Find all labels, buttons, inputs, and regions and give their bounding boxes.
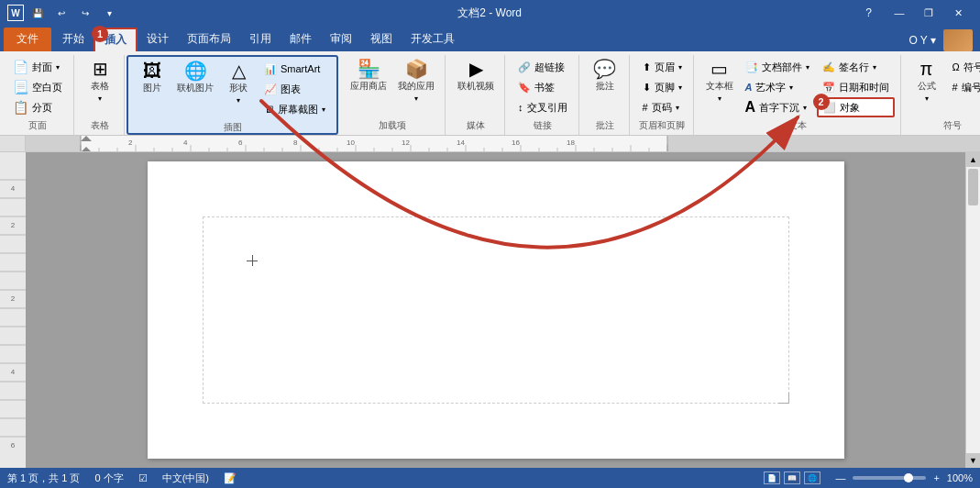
media-content: ▶ 联机视频 xyxy=(453,57,499,117)
tab-mailings[interactable]: 邮件 xyxy=(281,28,321,51)
scroll-up-btn[interactable]: ▲ xyxy=(966,152,980,167)
undo-quick-btn[interactable]: ↩ xyxy=(51,3,72,23)
illustrations-content: 🖼 图片 🌐 联机图片 △ 形状 ▾ 📊SmartArt 📈图表 🖥屏幕截图▾ xyxy=(134,59,331,119)
read-view-btn[interactable]: 📖 xyxy=(784,471,800,484)
scroll-track[interactable] xyxy=(966,167,980,453)
word-count-status[interactable]: 0 个字 xyxy=(94,471,123,485)
online-video-btn[interactable]: ▶ 联机视频 xyxy=(453,57,499,95)
ruler-area: 2 4 6 8 10 12 14 16 18 xyxy=(0,136,980,152)
illustrations-col2: 📊SmartArt 📈图表 🖥屏幕截图▾ xyxy=(259,59,331,119)
comments-content: 💬 批注 xyxy=(587,57,623,117)
group-addons: 🏪 应用商店 📦 我的应用 ▾ 加载项 xyxy=(340,55,446,135)
page-break-btn[interactable]: 📋分页 xyxy=(7,97,68,117)
language: 中文(中国) xyxy=(162,471,209,485)
restore-btn[interactable]: ❐ xyxy=(914,0,943,26)
tab-insert[interactable]: 1 插入 xyxy=(94,28,138,51)
customize-quick-btn[interactable]: ▾ xyxy=(99,3,119,23)
pages-btns: 📄封面▾ 📃空白页 📋分页 xyxy=(7,57,68,117)
footer-btn[interactable]: ⬇页脚▾ xyxy=(637,77,688,97)
svg-text:10: 10 xyxy=(347,139,355,147)
store-btn[interactable]: 🏪 应用商店 xyxy=(346,57,391,95)
svg-text:18: 18 xyxy=(567,139,575,147)
signature-btn[interactable]: ✍签名行▾ xyxy=(817,57,895,77)
comment-btn[interactable]: 💬 批注 xyxy=(587,57,623,95)
svg-text:12: 12 xyxy=(402,139,410,147)
symbols-content: π 公式 ▾ Ω符号▾ #编号 xyxy=(908,57,981,117)
scroll-thumb[interactable] xyxy=(968,169,978,205)
minimize-btn[interactable]: — xyxy=(885,0,914,26)
table-btn[interactable]: ⊞ 表格 ▾ xyxy=(82,57,118,105)
addons-label: 加载项 xyxy=(346,117,439,135)
window-title: 文档2 - Word xyxy=(119,6,860,21)
svg-text:6: 6 xyxy=(11,441,16,449)
text-label: 文本 xyxy=(701,117,895,135)
insert-badge: 1 xyxy=(92,26,108,42)
svg-text:2: 2 xyxy=(11,294,16,303)
tab-design[interactable]: 设计 xyxy=(138,28,178,51)
save-quick-btn[interactable]: 💾 xyxy=(28,3,48,23)
wordart-btn[interactable]: A艺术字▾ xyxy=(740,77,815,97)
svg-text:2: 2 xyxy=(11,221,16,229)
document-area[interactable] xyxy=(26,152,965,468)
zoom-level: 100% xyxy=(947,472,973,483)
redo-quick-btn[interactable]: ↪ xyxy=(75,3,95,23)
tab-developer[interactable]: 开发工具 xyxy=(402,28,464,51)
myapps-btn[interactable]: 📦 我的应用 ▾ xyxy=(393,57,439,105)
view-mode-icons: 📄 📖 🌐 xyxy=(764,471,820,484)
help-button[interactable]: ? xyxy=(860,6,877,19)
tab-view[interactable]: 视图 xyxy=(361,28,402,51)
object-btn[interactable]: 2 ⬜对象 xyxy=(817,97,895,117)
svg-rect-1 xyxy=(26,136,81,151)
cover-btn[interactable]: 📄封面▾ xyxy=(7,57,68,77)
tab-review[interactable]: 审阅 xyxy=(321,28,361,51)
svg-rect-2 xyxy=(667,136,980,151)
proofing-icon[interactable]: ☑ xyxy=(138,472,148,484)
tab-file[interactable]: 文件 xyxy=(4,28,51,51)
text-col2: 📑文档部件▾ A艺术字▾ A首字下沉▾ xyxy=(740,57,815,117)
word-count: 0 个字 xyxy=(94,471,123,485)
datetime-btn[interactable]: 📅日期和时间 xyxy=(817,77,895,97)
header-btn[interactable]: ⬆页眉▾ xyxy=(637,57,688,77)
svg-text:4: 4 xyxy=(11,368,16,376)
textbox-btn[interactable]: ▭ 文本框 ▾ xyxy=(701,57,738,105)
dropcap-btn[interactable]: A首字下沉▾ xyxy=(740,97,815,117)
equation-btn[interactable]: π 公式 ▾ xyxy=(908,57,945,105)
close-btn[interactable]: ✕ xyxy=(943,0,973,26)
picture-btn[interactable]: 🖼 图片 xyxy=(134,59,171,97)
track-changes-icon[interactable]: 📝 xyxy=(224,472,237,484)
print-view-btn[interactable]: 📄 xyxy=(764,471,780,484)
zoom-thumb[interactable] xyxy=(904,473,913,482)
word-icon: W xyxy=(7,5,24,21)
hyperlink-btn[interactable]: 🔗超链接 xyxy=(512,57,573,77)
docparts-btn[interactable]: 📑文档部件▾ xyxy=(740,57,815,77)
bookmark-btn[interactable]: 🔖书签 xyxy=(512,77,573,97)
online-picture-btn[interactable]: 🌐 联机图片 xyxy=(172,59,218,97)
shapes-btn[interactable]: △ 形状 ▾ xyxy=(220,59,257,107)
cross-ref-btn[interactable]: ↕交叉引用 xyxy=(512,97,573,117)
numbering-btn[interactable]: #编号 xyxy=(947,77,981,97)
symbol-btn[interactable]: Ω符号▾ xyxy=(947,57,981,77)
tab-references[interactable]: 引用 xyxy=(240,28,281,51)
blank-page-btn[interactable]: 📃空白页 xyxy=(7,77,68,97)
pages-label: 页面 xyxy=(7,117,68,135)
right-scrollbar[interactable]: ▲ ▼ xyxy=(965,152,980,468)
web-view-btn[interactable]: 🌐 xyxy=(804,471,820,484)
group-header-footer: ⬆页眉▾ ⬇页脚▾ #页码▾ 页眉和页脚 xyxy=(632,55,694,135)
hf-col: ⬆页眉▾ ⬇页脚▾ #页码▾ xyxy=(637,57,688,117)
zoom-slider[interactable] xyxy=(853,476,926,480)
svg-text:8: 8 xyxy=(293,139,298,147)
document-page[interactable] xyxy=(148,161,844,459)
scroll-down-btn[interactable]: ▼ xyxy=(966,453,980,468)
language-status[interactable]: 中文(中国) xyxy=(162,471,209,485)
addons-content: 🏪 应用商店 📦 我的应用 ▾ xyxy=(346,57,439,117)
tab-layout[interactable]: 页面布局 xyxy=(178,28,240,51)
page-status[interactable]: 第 1 页，共 1 页 xyxy=(7,471,80,485)
smartart-btn[interactable]: 📊SmartArt xyxy=(259,59,331,79)
chart-btn[interactable]: 📈图表 xyxy=(259,79,331,99)
tab-home[interactable]: 开始 xyxy=(53,28,94,51)
group-links: 🔗超链接 🔖书签 ↕交叉引用 链接 xyxy=(507,55,579,135)
svg-text:4: 4 xyxy=(183,139,188,147)
ribbon-content: 📄封面▾ 📃空白页 📋分页 页面 ⊞ 表格 ▾ 表格 🖼 图片 🌐 xyxy=(0,51,980,136)
page-number-btn[interactable]: #页码▾ xyxy=(637,97,688,117)
screenshot-btn[interactable]: 🖥屏幕截图▾ xyxy=(259,99,331,119)
